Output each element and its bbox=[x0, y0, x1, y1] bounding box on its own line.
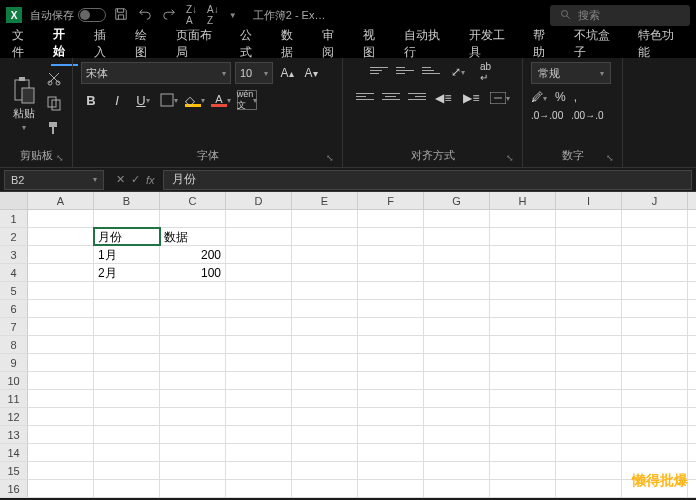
fill-color-button[interactable]: ◇▾ bbox=[185, 90, 205, 110]
cell[interactable] bbox=[622, 282, 688, 299]
insert-function-icon[interactable]: fx bbox=[146, 174, 155, 186]
cell[interactable] bbox=[490, 246, 556, 263]
decrease-indent-icon[interactable]: ◀≡ bbox=[434, 88, 454, 108]
cell[interactable] bbox=[622, 318, 688, 335]
toggle-off-icon[interactable] bbox=[78, 8, 106, 22]
row-header-15[interactable]: 15 bbox=[0, 462, 28, 479]
cell[interactable] bbox=[424, 228, 490, 245]
cell[interactable] bbox=[424, 264, 490, 281]
cell[interactable] bbox=[292, 246, 358, 263]
cell[interactable] bbox=[226, 336, 292, 353]
cell[interactable]: 2月 bbox=[94, 264, 160, 281]
cell[interactable] bbox=[490, 354, 556, 371]
cell[interactable] bbox=[358, 228, 424, 245]
cell[interactable] bbox=[556, 300, 622, 317]
cell[interactable] bbox=[160, 372, 226, 389]
cell[interactable] bbox=[424, 408, 490, 425]
cell[interactable] bbox=[226, 372, 292, 389]
cell[interactable] bbox=[556, 408, 622, 425]
cell[interactable] bbox=[94, 282, 160, 299]
cell[interactable] bbox=[622, 300, 688, 317]
cell[interactable] bbox=[28, 210, 94, 227]
col-header-D[interactable]: D bbox=[226, 192, 292, 209]
align-top-icon[interactable] bbox=[370, 62, 388, 78]
font-size-select[interactable]: 10▾ bbox=[235, 62, 273, 84]
cell[interactable] bbox=[490, 264, 556, 281]
cell[interactable] bbox=[226, 480, 292, 497]
cell[interactable] bbox=[556, 246, 622, 263]
cell[interactable] bbox=[556, 282, 622, 299]
cell[interactable] bbox=[292, 300, 358, 317]
cell[interactable] bbox=[292, 264, 358, 281]
wrap-text-icon[interactable]: ab↵ bbox=[476, 62, 496, 82]
save-icon[interactable] bbox=[114, 7, 128, 24]
cell[interactable] bbox=[622, 408, 688, 425]
cell[interactable] bbox=[556, 372, 622, 389]
cell[interactable] bbox=[490, 210, 556, 227]
cell[interactable] bbox=[358, 282, 424, 299]
align-left-icon[interactable] bbox=[356, 88, 374, 104]
cell[interactable] bbox=[94, 210, 160, 227]
cell[interactable] bbox=[226, 426, 292, 443]
row-header-12[interactable]: 12 bbox=[0, 408, 28, 425]
row-header-9[interactable]: 9 bbox=[0, 354, 28, 371]
cell[interactable] bbox=[292, 354, 358, 371]
cell[interactable] bbox=[358, 480, 424, 497]
cell[interactable] bbox=[160, 354, 226, 371]
cell[interactable] bbox=[28, 462, 94, 479]
cell[interactable] bbox=[556, 462, 622, 479]
orientation-icon[interactable]: ⤢▾ bbox=[448, 62, 468, 82]
cell[interactable] bbox=[28, 336, 94, 353]
cell[interactable] bbox=[28, 246, 94, 263]
col-header-B[interactable]: B bbox=[94, 192, 160, 209]
undo-icon[interactable] bbox=[138, 7, 152, 24]
paste-button[interactable]: 粘贴 ▾ bbox=[8, 72, 40, 136]
cell[interactable] bbox=[160, 390, 226, 407]
cell[interactable] bbox=[490, 372, 556, 389]
clipboard-launcher-icon[interactable]: ⤡ bbox=[56, 153, 64, 163]
cell[interactable] bbox=[160, 444, 226, 461]
enter-formula-icon[interactable]: ✓ bbox=[131, 173, 140, 186]
row-header-1[interactable]: 1 bbox=[0, 210, 28, 227]
font-launcher-icon[interactable]: ⤡ bbox=[326, 153, 334, 163]
cell[interactable] bbox=[622, 426, 688, 443]
copy-icon[interactable] bbox=[46, 95, 62, 114]
cell[interactable] bbox=[226, 318, 292, 335]
col-header-A[interactable]: A bbox=[28, 192, 94, 209]
col-header-F[interactable]: F bbox=[358, 192, 424, 209]
cell[interactable] bbox=[94, 462, 160, 479]
cell[interactable] bbox=[292, 462, 358, 479]
cell[interactable] bbox=[424, 336, 490, 353]
col-header-I[interactable]: I bbox=[556, 192, 622, 209]
cell[interactable] bbox=[556, 228, 622, 245]
tab-特色功能[interactable]: 特色功能 bbox=[636, 23, 686, 65]
cell[interactable] bbox=[94, 354, 160, 371]
cut-icon[interactable] bbox=[46, 70, 62, 89]
cell[interactable] bbox=[28, 408, 94, 425]
cancel-formula-icon[interactable]: ✕ bbox=[116, 173, 125, 186]
row-header-10[interactable]: 10 bbox=[0, 372, 28, 389]
cell[interactable] bbox=[358, 336, 424, 353]
cell[interactable] bbox=[622, 444, 688, 461]
cell[interactable] bbox=[292, 426, 358, 443]
qat-dropdown-icon[interactable]: ▼ bbox=[229, 11, 237, 20]
formula-input[interactable]: 月份 bbox=[163, 170, 692, 190]
cell[interactable] bbox=[28, 372, 94, 389]
row-header-6[interactable]: 6 bbox=[0, 300, 28, 317]
cell[interactable] bbox=[556, 354, 622, 371]
cell[interactable] bbox=[556, 336, 622, 353]
cell[interactable] bbox=[226, 246, 292, 263]
cell[interactable] bbox=[622, 336, 688, 353]
cell[interactable] bbox=[490, 390, 556, 407]
cell[interactable] bbox=[94, 318, 160, 335]
cell[interactable] bbox=[28, 426, 94, 443]
row-header-2[interactable]: 2 bbox=[0, 228, 28, 245]
cell[interactable] bbox=[292, 210, 358, 227]
cell[interactable] bbox=[94, 336, 160, 353]
cell[interactable] bbox=[622, 390, 688, 407]
comma-icon[interactable]: , bbox=[574, 90, 577, 104]
cell[interactable] bbox=[424, 390, 490, 407]
cell[interactable] bbox=[358, 264, 424, 281]
cell[interactable] bbox=[490, 282, 556, 299]
cell[interactable] bbox=[490, 336, 556, 353]
